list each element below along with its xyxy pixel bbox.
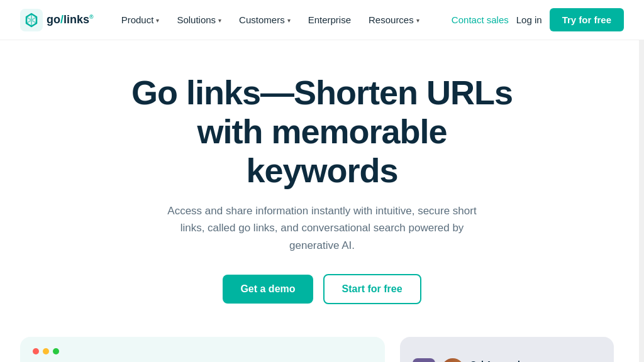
nav-solutions[interactable]: Solutions ▾ [169, 9, 229, 30]
card-user-name: Sal Agarwal [470, 359, 552, 362]
logo-text: go/links® [47, 13, 94, 26]
nav-links: Product ▾ Solutions ▾ Customers ▾ Enterp… [114, 9, 452, 30]
cards-preview: go/roadmap SA Sal Agarwal Where are our … [0, 337, 644, 362]
try-free-button[interactable]: Try for free [550, 8, 624, 31]
nav-enterprise-label: Enterprise [308, 14, 351, 25]
nav-customers-label: Customers [239, 14, 285, 25]
hero-title-line2: with memorable keywords [197, 112, 447, 189]
chevron-down-icon: ▾ [287, 17, 291, 24]
nav-customers[interactable]: Customers ▾ [231, 9, 298, 30]
hero-section: Go links—Shorten URLs with memorable key… [0, 40, 644, 324]
logo[interactable]: go/links® [20, 9, 94, 31]
hero-title-line1: Go links—Shorten URLs [131, 74, 513, 111]
nav-product[interactable]: Product ▾ [114, 9, 167, 30]
contact-sales-link[interactable]: Contact sales [452, 14, 509, 25]
card-right: SA Sal Agarwal Where are our OKRs? [400, 337, 614, 362]
login-link[interactable]: Log in [516, 14, 542, 25]
nav-enterprise[interactable]: Enterprise [301, 9, 358, 30]
hero-buttons: Get a demo Start for free [223, 274, 421, 304]
nav-solutions-label: Solutions [177, 14, 216, 25]
chevron-down-icon: ▾ [218, 17, 221, 24]
start-free-button[interactable]: Start for free [323, 274, 421, 304]
nav-resources-label: Resources [369, 14, 414, 25]
avatar: SA [441, 358, 464, 362]
window-dots [33, 348, 372, 354]
dot-yellow [43, 348, 49, 354]
navbar: go/links® Product ▾ Solutions ▾ Customer… [0, 0, 644, 40]
dot-red [33, 348, 39, 354]
nav-resources[interactable]: Resources ▾ [361, 9, 427, 30]
hero-subtitle: Access and share information instantly w… [165, 202, 479, 254]
purple-block [413, 358, 435, 362]
card-left: go/roadmap [20, 337, 385, 362]
hero-title: Go links—Shorten URLs with memorable key… [126, 73, 518, 190]
nav-product-label: Product [121, 14, 154, 25]
chevron-down-icon: ▾ [156, 17, 159, 24]
card-right-header: SA Sal Agarwal Where are our OKRs? [413, 358, 601, 362]
card-right-info: Sal Agarwal Where are our OKRs? [470, 359, 552, 362]
scrollbar-track[interactable] [639, 0, 644, 362]
get-demo-button[interactable]: Get a demo [223, 275, 313, 304]
chevron-down-icon: ▾ [416, 17, 419, 24]
nav-right: Contact sales Log in Try for free [452, 8, 624, 31]
dot-green [53, 348, 59, 354]
